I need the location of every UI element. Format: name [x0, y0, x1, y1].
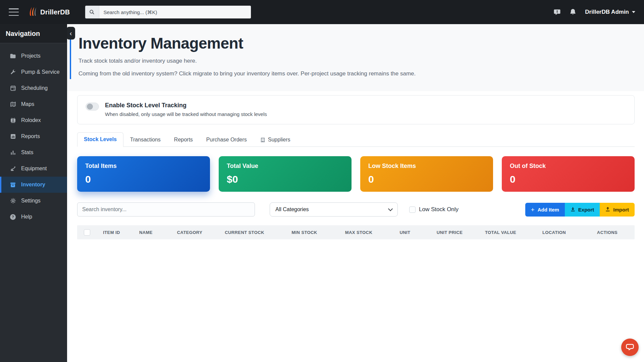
sidebar-item-pump-service[interactable]: Pump & Service	[0, 64, 67, 80]
column-header-actions: ACTIONS	[580, 230, 635, 235]
page-header-accent: Inventory Management Track stock totals …	[70, 33, 635, 79]
add-item-label: Add Item	[538, 207, 559, 213]
sidebar-item-label: Reports	[21, 133, 40, 139]
column-header-location: LOCATION	[528, 230, 580, 235]
stat-card-value: 0	[510, 174, 627, 185]
export-label: Export	[578, 207, 594, 213]
page-title: Inventory Management	[78, 34, 635, 52]
stat-card-low-stock[interactable]: Low Stock Items 0	[360, 156, 493, 192]
brand-name: DrillerDB	[40, 8, 70, 16]
select-all-checkbox[interactable]	[84, 229, 90, 236]
category-select-value: All Categories	[275, 206, 309, 213]
plus-icon: +	[531, 206, 535, 213]
migrate-note: Coming from the old inventory system? Cl…	[78, 70, 635, 77]
sidebar-item-label: Rolodex	[21, 117, 41, 123]
toggle-label: Enable Stock Level Tracking	[105, 102, 267, 109]
user-menu[interactable]: DrillerDB Admin	[585, 9, 635, 15]
sidebar-item-projects[interactable]: Projects	[0, 48, 67, 64]
import-button[interactable]: Import	[600, 203, 635, 217]
column-header-unit: UNIT	[384, 230, 426, 235]
tab-label: Purchase Orders	[206, 137, 247, 143]
export-button[interactable]: Export	[565, 203, 600, 217]
inventory-search-input[interactable]	[77, 202, 255, 217]
notifications-bell-icon[interactable]	[570, 8, 576, 16]
sidebar-item-label: Projects	[21, 53, 41, 59]
tab-suppliers[interactable]: Suppliers	[254, 133, 297, 147]
sidebar-item-settings[interactable]: Settings	[0, 193, 67, 209]
table-actions: + Add Item Export Import	[525, 203, 635, 217]
brand[interactable]: DrillerDB	[28, 6, 70, 18]
low-stock-checkbox[interactable]	[409, 206, 416, 213]
low-stock-only-filter[interactable]: Low Stock Only	[409, 206, 459, 213]
stat-card-label: Low Stock Items	[368, 163, 485, 170]
tab-purchase-orders[interactable]: Purchase Orders	[200, 133, 254, 147]
sidebar-collapse-button[interactable]: ‹	[67, 27, 75, 40]
select-all-checkbox-cell	[77, 229, 97, 236]
sidebar-item-equipment[interactable]: Equipment	[0, 161, 67, 177]
tab-stock-levels[interactable]: Stock Levels	[77, 132, 123, 147]
stat-card-label: Total Value	[227, 163, 343, 170]
tab-label: Reports	[174, 137, 193, 143]
user-menu-label: DrillerDB Admin	[585, 9, 629, 15]
sidebar-item-label: Maps	[21, 101, 34, 107]
stat-cards: Total Items 0 Total Value $0 Low Stock I…	[77, 156, 635, 192]
sidebar-item-rolodex[interactable]: Rolodex	[0, 112, 67, 128]
chat-bubble-icon	[625, 342, 635, 353]
sidebar-item-label: Pump & Service	[21, 69, 60, 75]
stock-tracking-toggle[interactable]	[86, 103, 99, 111]
stat-card-total-items[interactable]: Total Items 0	[77, 156, 210, 192]
sidebar-item-label: Inventory	[21, 182, 45, 188]
column-header-total-value: TOTAL VALUE	[473, 230, 528, 235]
tab-label: Transactions	[130, 137, 161, 143]
svg-text:?: ?	[12, 215, 14, 219]
stat-card-label: Total Items	[85, 163, 202, 170]
inventory-icon	[10, 182, 16, 188]
column-header-item-id: ITEM ID	[97, 230, 126, 235]
sidebar-item-label: Scheduling	[21, 85, 48, 91]
sidebar-item-maps[interactable]: Maps	[0, 96, 67, 112]
import-label: Import	[613, 207, 629, 213]
hamburger-menu-icon[interactable]	[9, 8, 19, 16]
stats-icon	[10, 149, 16, 156]
stat-card-label: Out of Stock	[510, 163, 627, 170]
column-header-max-stock: MAX STOCK	[334, 230, 384, 235]
calendar-icon	[10, 85, 16, 92]
download-icon	[571, 207, 575, 213]
folder-icon	[10, 53, 16, 59]
stat-card-value: $0	[227, 174, 343, 185]
upload-icon	[605, 207, 610, 213]
add-item-button[interactable]: + Add Item	[525, 203, 565, 217]
stat-card-out-of-stock[interactable]: Out of Stock 0	[502, 156, 635, 192]
sidebar-item-stats[interactable]: Stats	[0, 144, 67, 161]
global-search	[85, 5, 251, 19]
gear-icon	[10, 198, 16, 204]
tab-reports[interactable]: Reports	[167, 133, 200, 147]
sidebar-item-help[interactable]: ? Help	[0, 209, 67, 225]
global-search-input[interactable]	[99, 6, 251, 18]
inventory-table-header: ITEM ID NAME CATEGORY CURRENT STOCK MIN …	[77, 225, 635, 239]
category-select[interactable]: All Categories	[270, 202, 398, 217]
app-window: DrillerDB DrillerDB Admin Navigation	[0, 0, 644, 362]
sidebar-item-scheduling[interactable]: Scheduling	[0, 80, 67, 96]
sidebar-item-inventory[interactable]: Inventory	[0, 177, 67, 193]
chevron-down-icon	[632, 11, 635, 13]
low-stock-label: Low Stock Only	[419, 206, 459, 213]
column-header-unit-price: UNIT PRICE	[426, 230, 473, 235]
feedback-icon[interactable]	[553, 8, 561, 16]
filter-row: All Categories Low Stock Only + Add Item	[77, 202, 635, 217]
equipment-icon	[10, 166, 16, 172]
rolodex-icon	[10, 117, 16, 124]
inventory-content: Enable Stock Level Tracking When disable…	[67, 91, 644, 239]
sidebar-item-reports[interactable]: Reports	[0, 128, 67, 144]
live-chat-button[interactable]	[621, 339, 639, 356]
sidebar-item-label: Settings	[21, 198, 41, 204]
map-icon	[10, 101, 16, 108]
stat-card-total-value[interactable]: Total Value $0	[219, 156, 352, 192]
sidebar-title: Navigation	[0, 24, 67, 43]
main-content: ‹ Inventory Management Track stock total…	[67, 24, 644, 362]
column-header-min-stock: MIN STOCK	[275, 230, 334, 235]
tab-transactions[interactable]: Transactions	[123, 133, 167, 147]
sidebar-item-label: Help	[21, 214, 32, 220]
stock-tracking-card: Enable Stock Level Tracking When disable…	[77, 95, 635, 124]
sidebar-item-label: Stats	[21, 149, 33, 156]
